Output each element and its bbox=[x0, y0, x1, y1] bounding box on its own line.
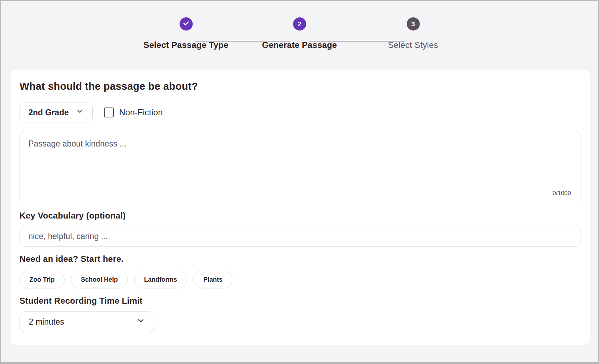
idea-prompt-label: Need an idea? Start here. bbox=[20, 254, 581, 264]
step-1-label: Select Passage Type bbox=[143, 40, 229, 50]
wizard-stepper: Select Passage Type 2 Generate Passage 3… bbox=[129, 17, 470, 51]
recording-time-label: Student Recording Time Limit bbox=[20, 296, 581, 306]
non-fiction-checkbox[interactable] bbox=[104, 107, 114, 117]
step-select-passage-type[interactable]: Select Passage Type bbox=[129, 17, 243, 50]
key-vocabulary-input[interactable] bbox=[20, 226, 581, 247]
idea-pill-plants[interactable]: Plants bbox=[193, 271, 232, 288]
check-icon bbox=[182, 20, 190, 29]
step-3-label: Select Styles bbox=[388, 40, 438, 50]
step-1-circle bbox=[180, 17, 193, 31]
grade-level-select[interactable]: 2nd Grade bbox=[20, 103, 93, 122]
step-3-circle: 3 bbox=[407, 17, 420, 31]
step-2-circle: 2 bbox=[293, 17, 306, 31]
app-viewport: Select Passage Type 2 Generate Passage 3… bbox=[0, 0, 599, 364]
chevron-down-icon bbox=[137, 316, 145, 327]
idea-suggestions: Zoo Trip School Help Landforms Plants bbox=[20, 271, 581, 288]
step-select-styles[interactable]: 3 Select Styles bbox=[356, 17, 470, 50]
chevron-down-icon bbox=[76, 107, 84, 117]
key-vocabulary-label: Key Vocabulary (optional) bbox=[20, 211, 581, 221]
idea-pill-zoo-trip[interactable]: Zoo Trip bbox=[20, 271, 65, 288]
passage-topic-field-wrap: 0/1000 bbox=[20, 131, 581, 203]
recording-time-value: 2 minutes bbox=[29, 317, 64, 327]
idea-pill-school-help[interactable]: School Help bbox=[71, 271, 128, 288]
character-counter: 0/1000 bbox=[553, 190, 571, 197]
idea-pill-landforms[interactable]: Landforms bbox=[134, 271, 187, 288]
grade-level-value: 2nd Grade bbox=[28, 108, 69, 117]
non-fiction-checkbox-field[interactable]: Non-Fiction bbox=[104, 107, 163, 117]
page-title: What should the passage be about? bbox=[20, 81, 581, 92]
non-fiction-checkbox-label: Non-Fiction bbox=[119, 107, 163, 117]
stepper-connector-1 bbox=[195, 41, 290, 42]
stepper-connector-2 bbox=[309, 41, 404, 42]
recording-time-select[interactable]: 2 minutes bbox=[20, 311, 154, 332]
step-2-label: Generate Passage bbox=[262, 40, 337, 50]
step-generate-passage[interactable]: 2 Generate Passage bbox=[243, 17, 356, 50]
passage-topic-textarea[interactable] bbox=[20, 131, 581, 203]
generate-passage-card: What should the passage be about? 2nd Gr… bbox=[11, 70, 590, 345]
